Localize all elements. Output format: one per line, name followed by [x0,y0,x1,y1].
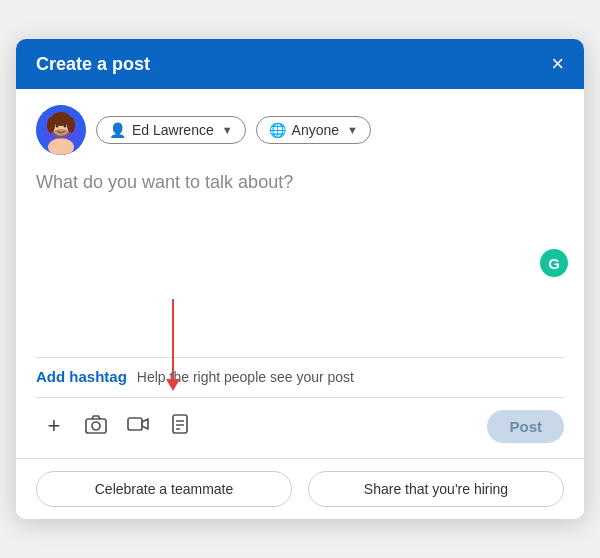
bottom-suggestions: Celebrate a teammate Share that you're h… [16,458,584,519]
audience-dropdown[interactable]: 🌐 Anyone ▼ [256,116,371,144]
person-icon: 👤 [109,122,126,138]
hashtag-row: Add hashtag Help the right people see yo… [36,357,564,397]
share-hiring-button[interactable]: Share that you're hiring [308,471,564,507]
celebrate-teammate-button[interactable]: Celebrate a teammate [36,471,292,507]
svg-point-5 [47,117,55,133]
svg-point-8 [64,125,67,128]
svg-rect-9 [86,419,106,433]
avatar [36,105,86,155]
user-name-label: Ed Lawrence [132,122,214,138]
plus-icon: + [48,413,61,439]
modal-body: 👤 Ed Lawrence ▼ 🌐 Anyone ▼ What do you w… [16,89,584,458]
photo-button[interactable] [78,408,114,444]
compose-placeholder: What do you want to talk about? [36,169,564,196]
video-button[interactable] [120,408,156,444]
camera-icon [85,413,107,440]
create-post-modal: Create a post × [16,39,584,519]
post-button[interactable]: Post [487,410,564,443]
svg-rect-12 [173,415,187,433]
add-hashtag-link[interactable]: Add hashtag [36,368,127,385]
arrow-head [166,379,180,391]
user-dropdown[interactable]: 👤 Ed Lawrence ▼ [96,116,246,144]
arrow-line [172,299,174,379]
compose-area[interactable]: What do you want to talk about? G [36,169,564,349]
arrow-annotation [166,299,180,391]
toolbar-icons: + [36,408,487,444]
svg-point-3 [52,129,70,139]
user-row: 👤 Ed Lawrence ▼ 🌐 Anyone ▼ [36,105,564,155]
globe-icon: 🌐 [269,122,286,138]
name-chevron-icon: ▼ [222,124,233,136]
audience-label: Anyone [292,122,339,138]
audience-chevron-icon: ▼ [347,124,358,136]
svg-point-6 [67,117,75,133]
toolbar-row: + [36,397,564,458]
svg-rect-11 [128,418,142,430]
video-icon [127,413,149,440]
add-media-button[interactable]: + [36,408,72,444]
svg-point-7 [56,125,59,128]
close-button[interactable]: × [551,53,564,75]
modal-title: Create a post [36,54,150,75]
document-icon [169,413,191,440]
grammarly-icon: G [540,249,568,277]
modal-header: Create a post × [16,39,584,89]
document-button[interactable] [162,408,198,444]
svg-point-10 [92,422,100,430]
